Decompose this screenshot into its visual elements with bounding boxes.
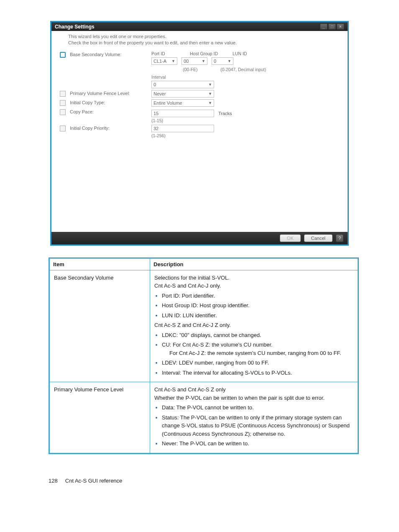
desc-text: Cnt Ac-S and Cnt Ac-J only. — [154, 282, 353, 290]
dialog-footer: OK Cancel ? — [51, 232, 348, 244]
list-item: CU: For Cnt Ac-S Z: the volume's CU numb… — [162, 341, 353, 357]
close-icon[interactable]: × — [337, 23, 344, 30]
ok-button[interactable]: OK — [280, 234, 301, 242]
help-icon[interactable]: ? — [336, 234, 343, 242]
description-cell: Selections for the initial S-VOL. Cnt Ac… — [150, 270, 358, 382]
list-item: Status: The P-VOL can be written to only… — [162, 414, 353, 438]
item-cell: Base Secondary Volume — [50, 270, 150, 382]
chevron-down-icon: ▼ — [208, 101, 212, 105]
list-item: Never: The P-VOL can be written to. — [162, 439, 353, 448]
port-id-select[interactable]: CL1-A ▼ — [151, 57, 177, 65]
item-cell: Primary Volume Fence Level — [50, 382, 150, 453]
interval-label: Interval — [151, 75, 336, 80]
description-table: Item Description Base Secondary Volume S… — [49, 257, 359, 454]
fence-level-value: Never — [153, 91, 166, 96]
list-item: Port ID: Port identifier. — [162, 292, 353, 300]
copy-pace-input[interactable]: 15 — [151, 110, 214, 117]
copy-priority-hint: (1-256) — [151, 133, 336, 138]
dialog-titlebar: Change Settings _ □ × — [51, 22, 348, 31]
instr-line1: This wizard lets you edit one or more pr… — [68, 33, 331, 40]
desc-text: Cnt Ac-S and Cnt Ac-S Z only — [154, 386, 353, 394]
port-id-value: CL1-A — [153, 59, 166, 64]
table-row: Base Secondary Volume Selections for the… — [50, 270, 358, 382]
chevron-down-icon: ▼ — [208, 92, 212, 96]
change-settings-dialog: Change Settings _ □ × This wizard lets y… — [50, 21, 349, 246]
lun-id-value: 0 — [214, 59, 216, 64]
list-item: Host Group ID: Host group identifier. — [162, 301, 353, 310]
dialog-instructions: This wizard lets you edit one or more pr… — [51, 31, 348, 49]
lun-id-header: LUN ID — [233, 51, 249, 56]
host-group-id-header: Host Group ID — [190, 51, 220, 56]
description-cell: Cnt Ac-S and Cnt Ac-S Z only Whether the… — [150, 382, 358, 453]
copy-pace-value: 15 — [153, 111, 159, 116]
list-item: Data: The P-VOL cannot be written to. — [162, 403, 353, 412]
col-header-item: Item — [50, 258, 150, 270]
chevron-down-icon: ▼ — [208, 82, 212, 87]
copy-pace-unit: Tracks — [218, 111, 232, 116]
instr-line2: Check the box in front of the property y… — [68, 40, 331, 46]
fence-level-checkbox[interactable] — [60, 91, 66, 97]
page-footer: 128 Cnt Ac-S GUI reference — [49, 471, 399, 491]
dialog-title: Change Settings — [55, 24, 95, 30]
chevron-down-icon: ▼ — [171, 59, 175, 63]
copy-priority-checkbox[interactable] — [60, 126, 66, 131]
lun-id-hint: (0-2047, Decimal input) — [220, 67, 266, 72]
page-number: 128 — [49, 478, 58, 484]
lun-id-select[interactable]: 0 ▼ — [212, 57, 233, 65]
port-id-header: Port ID — [151, 51, 177, 56]
desc-text: Cnt Ac-S Z and Cnt Ac-J Z only. — [154, 321, 353, 329]
copy-type-checkbox[interactable] — [60, 100, 66, 106]
copy-type-value: Entire Volume — [153, 100, 182, 105]
host-group-id-select[interactable]: 00 ▼ — [182, 57, 207, 65]
fence-level-label: Primary Volume Fence Level: — [70, 90, 151, 96]
base-secondary-volume-label: Base Secondary Volume: — [70, 51, 151, 57]
minimize-icon[interactable]: _ — [320, 23, 327, 30]
chevron-down-icon: ▼ — [202, 59, 205, 63]
desc-text: Whether the P-VOL can be written to when… — [154, 394, 353, 402]
copy-pace-hint: (1-15) — [151, 118, 336, 123]
interval-value: 0 — [153, 82, 156, 87]
col-header-description: Description — [150, 258, 358, 270]
list-text: CU: For Cnt Ac-S Z: the volume's CU numb… — [162, 342, 273, 348]
table-row: Primary Volume Fence Level Cnt Ac-S and … — [50, 382, 358, 453]
copy-priority-input[interactable]: 32 — [151, 125, 214, 132]
list-item: LDEV: LDEV number, ranging from 00 to FF… — [162, 359, 353, 367]
list-subtext: For Cnt Ac-J Z: the remote system's CU n… — [162, 349, 353, 357]
interval-select[interactable]: 0 ▼ — [151, 81, 214, 88]
copy-priority-value: 32 — [153, 126, 159, 131]
list-item: LUN ID: LUN identifier. — [162, 311, 353, 320]
copy-type-select[interactable]: Entire Volume ▼ — [151, 99, 214, 107]
list-item: Interval: The interval for allocating S-… — [162, 369, 353, 377]
fence-level-select[interactable]: Never ▼ — [151, 90, 214, 98]
copy-priority-label: Initial Copy Priority: — [70, 125, 151, 131]
list-item: LDKC: "00" displays, cannot be changed. — [162, 331, 353, 339]
cancel-button[interactable]: Cancel — [304, 234, 332, 242]
chevron-down-icon: ▼ — [228, 59, 231, 63]
host-group-hint: (00-FE) — [183, 67, 220, 72]
section-title: Cnt Ac-S GUI reference — [65, 478, 123, 484]
base-secondary-volume-checkbox[interactable] — [60, 52, 66, 58]
desc-text: Selections for the initial S-VOL. — [154, 274, 353, 282]
maximize-icon[interactable]: □ — [328, 23, 336, 30]
copy-pace-checkbox[interactable] — [60, 109, 66, 115]
copy-type-label: Initial Copy Type: — [70, 99, 151, 105]
host-group-id-value: 00 — [184, 59, 189, 64]
copy-pace-label: Copy Pace: — [70, 108, 151, 114]
